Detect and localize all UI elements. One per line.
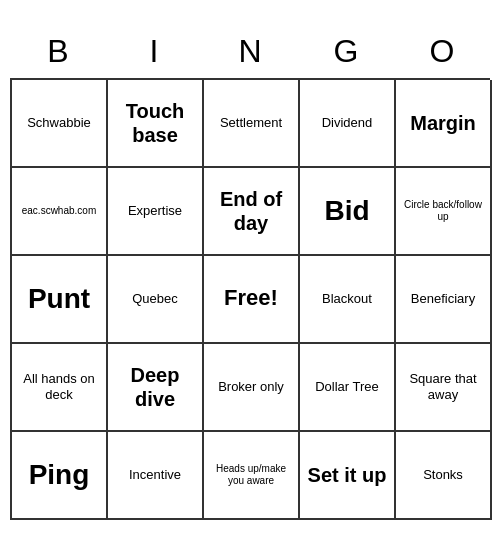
header-letter: I <box>110 33 198 70</box>
header-letter: O <box>398 33 486 70</box>
header-letter: G <box>302 33 390 70</box>
cell-r0-c2: Settlement <box>204 80 300 168</box>
cell-r3-c0: All hands on deck <box>12 344 108 432</box>
cell-r4-c3: Set it up <box>300 432 396 520</box>
bingo-header: BINGO <box>10 25 490 78</box>
cell-r2-c0: Punt <box>12 256 108 344</box>
cell-r0-c0: Schwabbie <box>12 80 108 168</box>
cell-r4-c2: Heads up/make you aware <box>204 432 300 520</box>
header-letter: N <box>206 33 294 70</box>
bingo-card: BINGO SchwabbieTouch baseSettlementDivid… <box>10 25 490 520</box>
cell-r1-c3: Bid <box>300 168 396 256</box>
cell-r3-c2: Broker only <box>204 344 300 432</box>
header-letter: B <box>14 33 102 70</box>
cell-r4-c1: Incentive <box>108 432 204 520</box>
cell-r0-c3: Dividend <box>300 80 396 168</box>
cell-r4-c0: Ping <box>12 432 108 520</box>
cell-r4-c4: Stonks <box>396 432 492 520</box>
cell-r2-c4: Beneficiary <box>396 256 492 344</box>
cell-r3-c3: Dollar Tree <box>300 344 396 432</box>
cell-r0-c4: Margin <box>396 80 492 168</box>
cell-r2-c3: Blackout <box>300 256 396 344</box>
cell-r1-c0: eac.scwhab.com <box>12 168 108 256</box>
cell-r1-c2: End of day <box>204 168 300 256</box>
cell-r1-c1: Expertise <box>108 168 204 256</box>
cell-r2-c1: Quebec <box>108 256 204 344</box>
cell-r3-c1: Deep dive <box>108 344 204 432</box>
bingo-grid: SchwabbieTouch baseSettlementDividendMar… <box>10 78 490 520</box>
cell-r1-c4: Circle back/follow up <box>396 168 492 256</box>
cell-r3-c4: Square that away <box>396 344 492 432</box>
cell-r2-c2: Free! <box>204 256 300 344</box>
cell-r0-c1: Touch base <box>108 80 204 168</box>
